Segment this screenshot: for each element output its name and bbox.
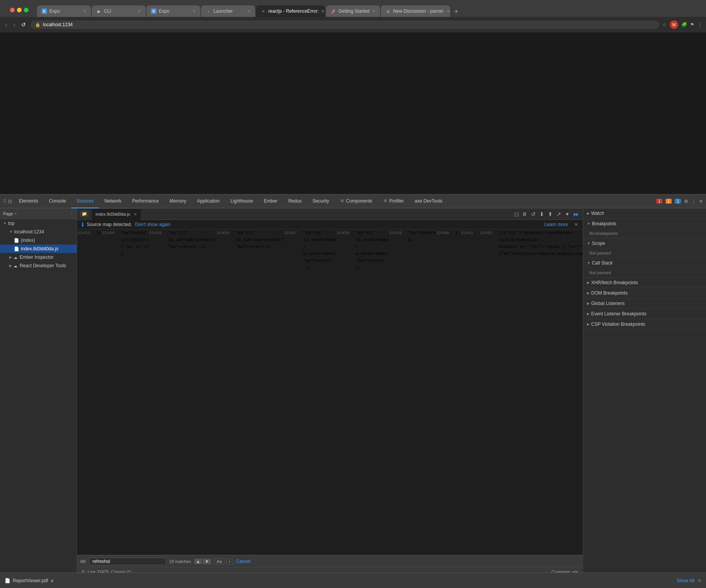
profile-icon[interactable]: M [670,20,678,29]
tab-close[interactable]: ✕ [138,9,141,14]
step-over-button[interactable]: ⬇ [539,210,545,218]
sidebar-title: Page [3,211,13,216]
watch-header[interactable]: ▶ Watch [583,208,706,218]
tab-sources[interactable]: Sources [71,194,99,208]
minimize-button[interactable] [17,8,22,12]
forward-button[interactable]: › [12,21,17,28]
panel-section-breakpoints: ▼ Breakpoints No breakpoints [583,219,706,238]
more-icon[interactable]: ⋮ [698,22,702,27]
show-all-button[interactable]: Show All [677,578,694,583]
step-out-button[interactable]: ↗ [556,210,562,218]
new-tab-button[interactable]: + [451,6,462,17]
search-ab-icon: AB [80,559,86,564]
tab-console[interactable]: Console [44,194,71,208]
tab-memory[interactable]: Memory [164,194,192,208]
skip-breakpoints-button[interactable]: ⏭ [573,210,580,218]
close-devtools-button[interactable]: ✕ [699,199,703,204]
tab-security[interactable]: Security [307,194,335,208]
whole-word-button[interactable]: • [226,558,233,565]
tab-axe[interactable]: axe DevTools [409,194,448,208]
sidebar-item-main-js[interactable]: 📄 index.8d3dd0da.js [0,245,77,253]
tab-close[interactable]: ✕ [321,9,324,14]
extension2-icon[interactable]: ⚑ [690,22,694,27]
callstack-header[interactable]: ▼ Call Stack [583,258,706,268]
tab-axe-label: axe DevTools [415,198,442,204]
filesystem-button[interactable]: 📁 [80,211,89,217]
tab-elements[interactable]: Elements [13,194,44,208]
xhr-header[interactable]: ▶ XHR/fetch Breakpoints [583,278,706,288]
filesystem-icon: 📁 [82,211,87,216]
pause-button[interactable]: ⏸ [521,210,528,218]
file-tab[interactable]: index.8d3dd0da.js ✕ [92,208,141,220]
learn-more-link[interactable]: Learn more [545,222,568,227]
file-tab-close[interactable]: ✕ [134,212,137,216]
url-bar[interactable]: 🔒 localhost:1234 [30,20,659,29]
browser-tab-getting-started[interactable]: 🚀 Getting Started ✕ [326,5,380,17]
tab-application[interactable]: Application [192,194,225,208]
browser-tab-cli[interactable]: ▶ CLI ✕ [92,5,146,17]
devtools-tab-icons: 1 1 1 ⚙ ⋮ ✕ [656,199,703,204]
sidebar-item-top[interactable]: ▼ top [0,219,77,228]
search-next-button[interactable]: ▼ [203,559,211,564]
deactivate-breakpoints-button[interactable]: ✦ [564,210,570,218]
sidebar-item-ember[interactable]: ▶ ☁ Ember Inspector [0,253,77,261]
maximize-button[interactable] [24,8,29,12]
global-header[interactable]: ▶ Global Listeners [583,298,706,308]
tab-close[interactable]: ✕ [83,9,86,14]
tab-close[interactable]: ✕ [372,9,375,14]
dom-header[interactable]: ▶ DOM Breakpoints [583,288,706,298]
browser-chrome: E Expo ✕ ▶ CLI ✕ E Expo ✕ ○ Launcher ✕ ⚛ [0,0,706,32]
format-icon[interactable]: { } [514,211,519,217]
search-cancel-button[interactable]: Cancel [236,559,250,564]
tab-redux[interactable]: Redux [283,194,307,208]
banner-close-button[interactable]: ✕ [574,222,578,227]
browser-tab-launcher[interactable]: ○ Launcher ✕ [201,5,255,17]
step-into-button[interactable]: ⬆ [547,210,553,218]
browser-tab-expo1[interactable]: E Expo ✕ [37,5,91,17]
tab-label: New Discussion - parcel- [393,8,444,14]
reload-debug-button[interactable]: ↺ [530,210,536,218]
browser-tab-expo2[interactable]: E Expo ✕ [146,5,200,17]
dont-show-button[interactable]: Don't show again [135,222,170,227]
devtools-undock-icon[interactable]: ⊡ [8,199,12,204]
breakpoints-header[interactable]: ▼ Breakpoints [583,219,706,229]
bottom-bar: 📄 ReportViewer.pdf ∧ Show All ✕ [0,573,706,588]
sidebar-item-localhost[interactable]: ▼ localhost:1234 [0,228,77,236]
csp-header[interactable]: ▶ CSP Violation Breakpoints [583,319,706,329]
search-prev-button[interactable]: ▲ [194,559,202,564]
settings-icon[interactable]: ⚙ [684,199,688,204]
line-code: }; [455,230,460,236]
tab-close[interactable]: ✕ [447,9,450,14]
tab-close[interactable]: ✕ [192,9,196,14]
tab-components[interactable]: ⚛ Components [335,194,378,208]
extension-icon[interactable]: 🧩 [681,22,687,27]
search-nav: ▲ ▼ [194,559,211,564]
tab-profiler[interactable]: ⚛ Profiler [378,194,409,208]
tab-close[interactable]: ✕ [247,9,250,14]
line-number: 32456 [216,230,235,236]
more-devtools-icon[interactable]: ⋮ [691,199,696,204]
code-content[interactable]: 32453};32454"kw">const sortVendors = (a,… [77,230,583,555]
tab-ember[interactable]: Ember [259,194,283,208]
sidebar-item-index[interactable]: 📄 (index) [0,236,77,245]
browser-tab-reactjs[interactable]: ⚛ reactjs - ReferenceError: ✕ [256,5,325,17]
bookmark-icon[interactable]: ☆ [662,22,667,27]
event-header[interactable]: ▶ Event Listener Breakpoints [583,309,706,319]
sidebar-more-button[interactable]: ⋮ [69,211,74,216]
tab-performance[interactable]: Performance [127,194,164,208]
tab-lighthouse[interactable]: Lighthouse [225,194,259,208]
match-case-button[interactable]: Aa [214,558,224,565]
devtools-body: Page » ⋮ ▼ top ▼ localhost:1234 [0,208,706,576]
browser-tab-new-discussion[interactable]: ◎ New Discussion - parcel- ✕ [381,5,450,17]
reload-button[interactable]: ↺ [20,21,27,28]
tab-application-label: Application [197,198,220,204]
tab-network[interactable]: Network [99,194,127,208]
close-button[interactable] [10,8,15,12]
scope-header[interactable]: ▼ Scope [583,238,706,248]
bottom-bar-close[interactable]: ✕ [698,578,701,583]
search-input[interactable] [89,558,166,565]
expand-icon[interactable]: ∧ [50,578,54,583]
breakpoints-arrow: ▼ [587,222,590,226]
sidebar-item-react[interactable]: ▶ ☁ React Developer Tools [0,261,77,270]
back-button[interactable]: ‹ [4,21,9,28]
